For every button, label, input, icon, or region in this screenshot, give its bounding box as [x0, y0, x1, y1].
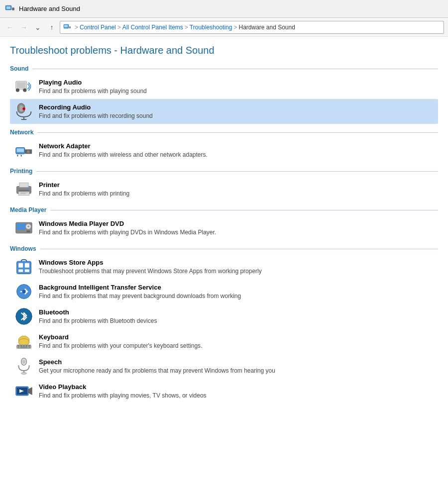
svg-rect-33 — [18, 263, 23, 268]
item-icon-network-adapter — [14, 140, 34, 160]
item-row-keyboard[interactable]: KeyboardFind and fix problems with your … — [10, 329, 438, 354]
svg-rect-10 — [17, 82, 26, 89]
breadcrumb-all-items[interactable]: All Control Panel Items — [122, 24, 183, 31]
breadcrumb-troubleshooting[interactable]: Troubleshooting — [190, 24, 232, 31]
item-row-bits[interactable]: Background Intelligent Transfer ServiceF… — [10, 279, 438, 304]
svg-rect-5 — [64, 25, 68, 27]
section-header-network: Network — [10, 129, 438, 136]
svg-rect-36 — [25, 269, 29, 272]
item-row-store-apps[interactable]: Windows Store AppsTroubleshoot problems … — [10, 254, 438, 279]
item-icon-wmp-dvd — [14, 218, 34, 238]
title-bar-text: Hardware and Sound — [19, 5, 80, 12]
item-list-windows: Windows Store AppsTroubleshoot problems … — [10, 254, 438, 403]
item-text-speech: SpeechGet your microphone ready and fix … — [39, 358, 275, 375]
item-title-bits: Background Intelligent Transfer Service — [39, 283, 241, 292]
svg-rect-22 — [19, 183, 28, 187]
recent-button[interactable]: ⌄ — [32, 21, 44, 33]
svg-rect-47 — [28, 345, 30, 346]
item-icon-printer — [14, 179, 34, 199]
sections-container: Sound Playing AudioFind and fix problems… — [10, 65, 438, 403]
item-row-playing-audio[interactable]: Playing AudioFind and fix problems with … — [10, 74, 438, 99]
item-title-playing-audio: Playing Audio — [39, 78, 147, 87]
item-row-network-adapter[interactable]: Network AdapterFind and fix problems wit… — [10, 138, 438, 163]
svg-rect-48 — [17, 347, 19, 348]
svg-rect-6 — [69, 26, 71, 28]
item-icon-bits — [14, 282, 34, 301]
item-text-video-playback: Video PlaybackFind and fix problems with… — [39, 383, 207, 400]
item-desc-network-adapter: Find and fix problems with wireless and … — [39, 151, 208, 159]
svg-rect-45 — [23, 345, 25, 346]
item-title-keyboard: Keyboard — [39, 333, 202, 342]
item-row-video-playback[interactable]: Video PlaybackFind and fix problems with… — [10, 379, 438, 403]
section-label-sound: Sound — [10, 65, 32, 72]
address-icon — [63, 23, 71, 31]
section-label-media-player: Media Player — [10, 206, 50, 213]
main-content: Troubleshoot problems - Hardware and Sou… — [0, 37, 448, 416]
svg-point-3 — [12, 8, 14, 10]
svg-rect-35 — [18, 269, 23, 272]
title-bar: Hardware and Sound — [0, 0, 448, 18]
svg-rect-12 — [19, 105, 23, 111]
item-title-printer: Printer — [39, 181, 129, 190]
section-header-printing: Printing — [10, 168, 438, 175]
section-line-printing — [36, 171, 438, 172]
svg-rect-49 — [20, 347, 27, 348]
item-row-wmp-dvd[interactable]: Windows Media Player DVDFind and fix pro… — [10, 215, 438, 240]
item-icon-store-apps — [14, 257, 34, 277]
item-title-wmp-dvd: Windows Media Player DVD — [39, 219, 216, 228]
back-button[interactable]: ← — [4, 21, 16, 33]
item-title-speech: Speech — [39, 358, 275, 367]
item-text-wmp-dvd: Windows Media Player DVDFind and fix pro… — [39, 219, 216, 237]
item-row-speech[interactable]: SpeechGet your microphone ready and fix … — [10, 354, 438, 379]
item-list-printing: PrinterFind and fix problems with printi… — [10, 177, 438, 201]
item-title-network-adapter: Network Adapter — [39, 142, 208, 151]
section-media-player: Media Player Windows Media Player DVDFin… — [10, 206, 438, 240]
section-header-sound: Sound — [10, 65, 438, 72]
nav-bar: ← → ⌄ ↑ > Control Panel > All Control Pa… — [0, 18, 448, 37]
address-bar[interactable]: > Control Panel > All Control Panel Item… — [60, 21, 444, 34]
item-desc-keyboard: Find and fix problems with your computer… — [39, 342, 202, 350]
svg-rect-50 — [28, 347, 30, 348]
item-icon-playing-audio — [14, 77, 34, 97]
svg-point-26 — [27, 187, 29, 189]
item-row-printer[interactable]: PrinterFind and fix problems with printi… — [10, 177, 438, 201]
item-desc-bluetooth: Find and fix problems with Bluetooth dev… — [39, 317, 157, 325]
section-network: Network Network AdapterFind and fix prob… — [10, 129, 438, 163]
svg-point-30 — [27, 226, 29, 228]
breadcrumb-current: Hardware and Sound — [238, 24, 295, 31]
section-printing: Printing PrinterFind and fix problems wi… — [10, 168, 438, 201]
item-desc-wmp-dvd: Find and fix problems with playing DVDs … — [39, 228, 216, 237]
item-row-recording-audio[interactable]: Recording AudioFind and fix problems wit… — [10, 99, 438, 124]
sep-2: > — [185, 24, 188, 31]
up-button[interactable]: ↑ — [46, 21, 58, 33]
item-text-playing-audio: Playing AudioFind and fix problems with … — [39, 78, 147, 96]
forward-button[interactable]: → — [18, 21, 30, 33]
svg-marker-56 — [28, 388, 32, 395]
svg-rect-24 — [20, 193, 27, 193]
section-label-network: Network — [10, 129, 37, 136]
item-row-bluetooth[interactable]: BluetoothFind and fix problems with Blue… — [10, 304, 438, 329]
item-desc-speech: Get your microphone ready and fix proble… — [39, 367, 275, 375]
svg-rect-43 — [17, 345, 19, 346]
item-desc-store-apps: Troubleshoot problems that may prevent W… — [39, 267, 262, 276]
section-line-windows — [40, 249, 438, 249]
item-list-media-player: Windows Media Player DVDFind and fix pro… — [10, 215, 438, 240]
item-title-recording-audio: Recording Audio — [39, 103, 153, 112]
svg-rect-28 — [17, 223, 26, 230]
svg-point-54 — [21, 373, 27, 375]
sep-1: > — [117, 24, 121, 31]
item-title-video-playback: Video Playback — [39, 383, 207, 392]
item-text-keyboard: KeyboardFind and fix problems with your … — [39, 333, 202, 350]
section-line-sound — [32, 69, 438, 69]
svg-point-9 — [23, 89, 26, 92]
section-windows: Windows Windows Store AppsTroubleshoot p… — [10, 245, 438, 403]
svg-rect-21 — [18, 190, 29, 191]
item-icon-keyboard — [14, 331, 34, 351]
item-title-bluetooth: Bluetooth — [39, 308, 157, 317]
breadcrumb-control-panel[interactable]: Control Panel — [80, 24, 116, 31]
item-text-recording-audio: Recording AudioFind and fix problems wit… — [39, 103, 153, 120]
svg-rect-25 — [20, 194, 26, 194]
item-icon-video-playback — [14, 381, 34, 401]
item-icon-bluetooth — [14, 306, 34, 326]
svg-point-15 — [22, 107, 25, 110]
